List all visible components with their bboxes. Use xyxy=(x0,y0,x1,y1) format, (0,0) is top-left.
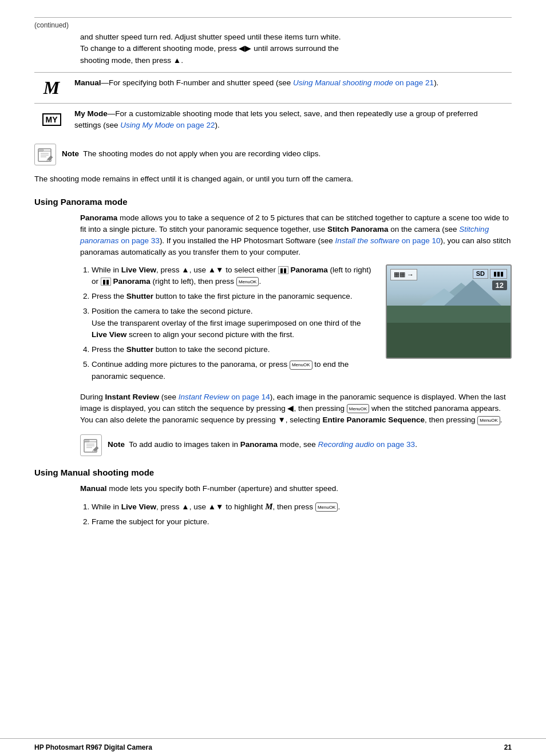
panorama-bold: Panorama xyxy=(80,213,117,222)
badge-row: SD ▮▮▮ xyxy=(473,269,507,279)
battery-badge: ▮▮▮ xyxy=(490,269,507,279)
note-icon-1: )))) xyxy=(34,144,56,165)
manual-label: Manual xyxy=(74,78,101,87)
menu-ok-2: MenuOK xyxy=(290,361,312,370)
manual-link[interactable]: Using Manual shooting mode on page 21 xyxy=(293,78,434,87)
my-icon: MY xyxy=(42,113,61,126)
preview-badges: SD ▮▮▮ 12 xyxy=(473,269,507,290)
note-box-1: )))) Note The shooting modes do not appl… xyxy=(34,144,512,165)
instant-review-bold: Instant Review xyxy=(105,393,160,401)
panorama-intro: Panorama mode allows you to take a seque… xyxy=(80,212,512,259)
picture-count-badge: 12 xyxy=(492,280,507,290)
sd-badge: SD xyxy=(473,269,488,279)
stitch-panorama-bold: Stitch Panorama xyxy=(327,225,389,233)
grid-icon: ▦▦ xyxy=(394,271,405,278)
panorama-step-5: Continue adding more pictures to the pan… xyxy=(92,359,377,382)
note-label-2: Note xyxy=(108,440,125,449)
manual-intro: Manual mode lets you specify both F-numb… xyxy=(80,483,512,494)
shooting-mode-paragraph: The shooting mode remains in effect unti… xyxy=(34,173,512,185)
menu-ok-3: MenuOK xyxy=(347,404,370,413)
mode-icon-cell-m: M xyxy=(34,72,69,103)
intro-block: and shutter speed turn red. Adjust shutt… xyxy=(80,31,512,66)
mode-row-m: M Manual—For specifying both F-number an… xyxy=(34,72,512,103)
entire-panoramic-sequence-bold: Entire Panoramic Sequence xyxy=(322,415,425,424)
instant-review-link[interactable]: Instant Review on page 14 xyxy=(179,393,270,401)
notepad-icon: )))) xyxy=(36,145,54,164)
during-instant-review: During Instant Review (see Instant Revie… xyxy=(80,391,512,426)
menu-ok-1: MenuOK xyxy=(236,277,259,286)
menu-ok-4: MenuOK xyxy=(477,416,500,425)
panorama-preview-col: ▦▦ → SD ▮▮▮ 12 xyxy=(386,264,512,388)
panorama-steps-section: While in Live View, press ▲, use ▲▼ to s… xyxy=(80,264,512,388)
panorama-step-1: While in Live View, press ▲, use ▲▼ to s… xyxy=(92,264,377,288)
panorama-content: Panorama mode allows you to take a seque… xyxy=(80,212,512,456)
notepad-icon-2: )))) xyxy=(82,436,100,454)
live-view-bold-1: Live View xyxy=(121,266,156,274)
panorama-heading: Using Panorama mode xyxy=(34,197,512,207)
mode-icon-cell-my: MY xyxy=(34,103,69,136)
note-text-1: Note The shooting modes do not apply whe… xyxy=(62,144,321,160)
shutter-bold-1: Shutter xyxy=(126,292,153,300)
mode-text-m: Manual—For specifying both F-number and … xyxy=(69,72,512,103)
mymode-link[interactable]: Using My Mode on page 22 xyxy=(120,121,215,129)
continued-label: (continued) xyxy=(34,21,512,29)
page: (continued) and shutter speed turn red. … xyxy=(0,0,546,756)
live-view-bold-manual: Live View xyxy=(121,502,156,511)
panorama-steps-left: While in Live View, press ▲, use ▲▼ to s… xyxy=(80,264,377,388)
note-text-2: Note To add audio to images taken in Pan… xyxy=(108,434,417,450)
svg-rect-12 xyxy=(387,323,512,359)
panorama-step-3: Position the camera to take the second p… xyxy=(92,306,377,341)
install-software-link[interactable]: Install the software on page 10 xyxy=(335,236,441,245)
panorama-step-4: Press the Shutter button to take the sec… xyxy=(92,344,377,355)
panorama-right-bold: Panorama xyxy=(113,277,151,286)
manual-steps-list: While in Live View, press ▲, use ▲▼ to h… xyxy=(92,500,512,528)
note-box-2: )))) Note To add audio to images taken i… xyxy=(80,434,512,456)
mymode-label: My Mode xyxy=(74,109,108,118)
m-icon: M xyxy=(43,77,60,98)
manual-step-2: Frame the subject for your picture. xyxy=(92,516,512,528)
svg-text:)))): )))) xyxy=(39,148,43,152)
footer-product-name: HP Photosmart R967 Digital Camera xyxy=(34,743,152,751)
svg-text:)))): )))) xyxy=(85,438,89,442)
panorama-left-bold: Panorama xyxy=(291,266,328,274)
camera-preview-image: ▦▦ → SD ▮▮▮ 12 xyxy=(386,264,512,359)
manual-heading: Using Manual shooting mode xyxy=(34,468,512,477)
manual-content: Manual mode lets you specify both F-numb… xyxy=(80,483,512,528)
mode-table: M Manual—For specifying both F-number an… xyxy=(34,72,512,136)
shutter-bold-2: Shutter xyxy=(126,345,153,354)
footer-page-number: 21 xyxy=(504,743,512,751)
manual-intro-bold: Manual xyxy=(80,484,107,493)
m-highlight: M xyxy=(265,502,272,511)
recording-audio-link[interactable]: Recording audio on page 33 xyxy=(318,440,415,449)
manual-step-1: While in Live View, press ▲, use ▲▼ to h… xyxy=(92,500,512,513)
panorama-note-bold: Panorama xyxy=(240,440,278,449)
preview-overlay: ▦▦ → SD ▮▮▮ 12 xyxy=(390,269,507,290)
note-label-1: Note xyxy=(62,149,79,158)
menu-ok-5: MenuOK xyxy=(315,502,338,512)
arrow-right-indicator: → xyxy=(407,271,414,279)
panorama-steps-list: While in Live View, press ▲, use ▲▼ to s… xyxy=(92,264,377,382)
note-icon-2: )))) xyxy=(80,434,102,456)
mode-text-my: My Mode—For a customizable shooting mode… xyxy=(69,103,512,136)
live-view-bold-2: Live View xyxy=(92,330,126,339)
footer: HP Photosmart R967 Digital Camera 21 xyxy=(0,738,546,756)
panorama-grid-indicator: ▦▦ → xyxy=(390,269,417,280)
mode-row-my: MY My Mode—For a customizable shooting m… xyxy=(34,103,512,136)
panorama-step-2: Press the Shutter button to take the fir… xyxy=(92,291,377,302)
intro-text: and shutter speed turn red. Adjust shutt… xyxy=(80,31,512,66)
